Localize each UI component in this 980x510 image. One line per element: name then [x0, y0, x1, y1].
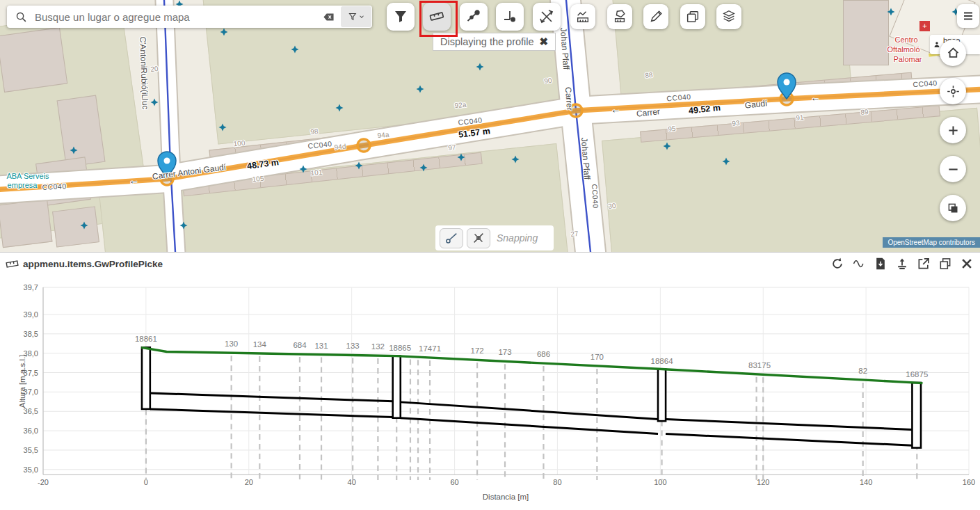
- toolbar-junction-tool-button[interactable]: [496, 3, 524, 31]
- svg-text:20: 20: [245, 478, 253, 486]
- svg-text:39,0: 39,0: [24, 310, 38, 319]
- snapping-control: Snapping: [435, 225, 554, 250]
- search-input[interactable]: [33, 10, 317, 24]
- svg-text:684: 684: [293, 341, 307, 349]
- svg-text:Distancia [m]: Distancia [m]: [483, 493, 529, 501]
- gis-point-marker: [664, 143, 671, 150]
- svg-text:18865: 18865: [389, 344, 411, 352]
- locate-button[interactable]: [940, 78, 966, 104]
- profile-chart-area: 39,739,038,538,037,537,036,536,035,535,0…: [0, 276, 980, 510]
- house-number: 90: [544, 77, 552, 85]
- map-label: Carrer: [563, 87, 575, 111]
- home-button[interactable]: [940, 40, 966, 66]
- svg-text:134: 134: [253, 340, 267, 349]
- raise-analysis-icon: [895, 257, 909, 271]
- osm-attribution[interactable]: OpenStreetMap contributors: [883, 237, 980, 248]
- gis-point-marker: [420, 164, 428, 172]
- frames-icon: [685, 9, 700, 24]
- svg-text:-20: -20: [38, 478, 49, 486]
- panel-raise-analysis-button[interactable]: [894, 256, 910, 271]
- svg-text:132: 132: [371, 342, 385, 351]
- toolbar-config-tools-button[interactable]: [533, 3, 561, 31]
- snap-icon: [444, 231, 458, 245]
- toolbar-area-measure-button[interactable]: [607, 4, 632, 29]
- svg-text:38,5: 38,5: [24, 330, 38, 338]
- profile-line-icon: [852, 257, 866, 271]
- gis-point-marker: [70, 147, 78, 154]
- svg-text:82: 82: [858, 367, 867, 375]
- tools-icon: [538, 8, 555, 25]
- search-filter-dropdown[interactable]: [341, 6, 371, 27]
- toolbar-layers-button[interactable]: [716, 4, 741, 29]
- toolbar-draw-button[interactable]: [643, 4, 668, 29]
- gis-point-marker: [220, 29, 228, 36]
- zoom-out-button[interactable]: [940, 156, 966, 182]
- house-number: 92a: [454, 101, 467, 110]
- layers-icon: [721, 9, 737, 24]
- toolbar-profile-measure-button[interactable]: [423, 3, 451, 31]
- panel-export-doc-button[interactable]: [873, 256, 888, 271]
- svg-text:35,0: 35,0: [24, 465, 38, 474]
- house-number: 89: [860, 108, 869, 116]
- toolbar-filter-button[interactable]: [387, 3, 415, 31]
- pencil-icon: [648, 9, 664, 24]
- panel-copy-button[interactable]: [938, 256, 953, 271]
- panel-refresh-button[interactable]: [830, 256, 845, 271]
- snapping-label: Snapping: [497, 232, 538, 244]
- snap-off-button[interactable]: [467, 228, 490, 248]
- house-number: 91: [796, 113, 804, 122]
- toolbar-chart-measure-button[interactable]: [570, 4, 595, 29]
- overview-icon: [946, 201, 961, 216]
- gis-point-marker: [81, 222, 88, 230]
- panel-title-group: appmenu.items.GwProfilePicke: [6, 259, 163, 269]
- tooltip-close-icon[interactable]: ✖: [540, 35, 549, 48]
- search-bar[interactable]: [7, 6, 372, 28]
- panel-header: appmenu.items.GwProfilePicke: [0, 253, 980, 275]
- profile-ruler-icon: [428, 8, 445, 25]
- gis-point-marker: [723, 158, 730, 166]
- house-number: 98: [310, 127, 319, 136]
- menu-button[interactable]: [957, 4, 979, 28]
- export-doc-icon: [874, 257, 887, 271]
- tooltip-text: Displaying the profile: [440, 36, 534, 47]
- toolbar-frames-button[interactable]: [680, 4, 705, 29]
- clear-search-icon[interactable]: [323, 12, 335, 22]
- filter-icon: [392, 8, 409, 25]
- hamburger-icon: [962, 10, 974, 22]
- node-icon: [465, 8, 482, 25]
- house-number: 101: [310, 168, 323, 177]
- gis-point-marker: [887, 8, 895, 16]
- panel-close-button[interactable]: [959, 256, 974, 271]
- house-number: 95: [668, 125, 676, 133]
- gis-point-marker: [417, 86, 424, 93]
- house-number: 20: [150, 65, 159, 73]
- overview-button[interactable]: [940, 195, 966, 221]
- svg-text:130: 130: [225, 340, 238, 348]
- map-canvas[interactable]: + Carrer Antoni Gaudí48.73 m51.57 m49.52…: [0, 0, 980, 252]
- zoom-in-button[interactable]: [940, 117, 966, 143]
- refresh-icon: [830, 257, 844, 271]
- svg-text:686: 686: [537, 350, 550, 358]
- panel-open-external-button[interactable]: [916, 256, 931, 271]
- snap-on-button[interactable]: [440, 228, 463, 248]
- copy-icon: [938, 257, 952, 271]
- map-label: CC040: [591, 184, 600, 209]
- toolbar-node-tool-button[interactable]: [460, 3, 488, 31]
- funnel-icon: [348, 12, 358, 22]
- svg-text:160: 160: [963, 478, 975, 486]
- profile-panel: appmenu.items.GwProfilePicke 39,739,038,…: [0, 252, 980, 510]
- panel-profile-line-button[interactable]: [851, 256, 867, 271]
- map-label: ←: [610, 103, 621, 115]
- snap-off-icon: [472, 231, 485, 245]
- close-icon: [960, 257, 974, 271]
- map-label: ABA Serveis: [6, 172, 49, 180]
- chevron-down-icon: [358, 13, 365, 20]
- gis-point-marker: [219, 124, 227, 132]
- house-number: 30: [608, 202, 616, 210]
- svg-text:173: 173: [498, 348, 511, 356]
- house-number: 27: [570, 230, 579, 238]
- svg-text:18864: 18864: [651, 357, 674, 365]
- home-icon: [946, 46, 961, 61]
- svg-text:Altura [m a.s.l.]: Altura [m a.s.l.]: [18, 355, 26, 408]
- panel-title: appmenu.items.GwProfilePicke: [23, 259, 163, 269]
